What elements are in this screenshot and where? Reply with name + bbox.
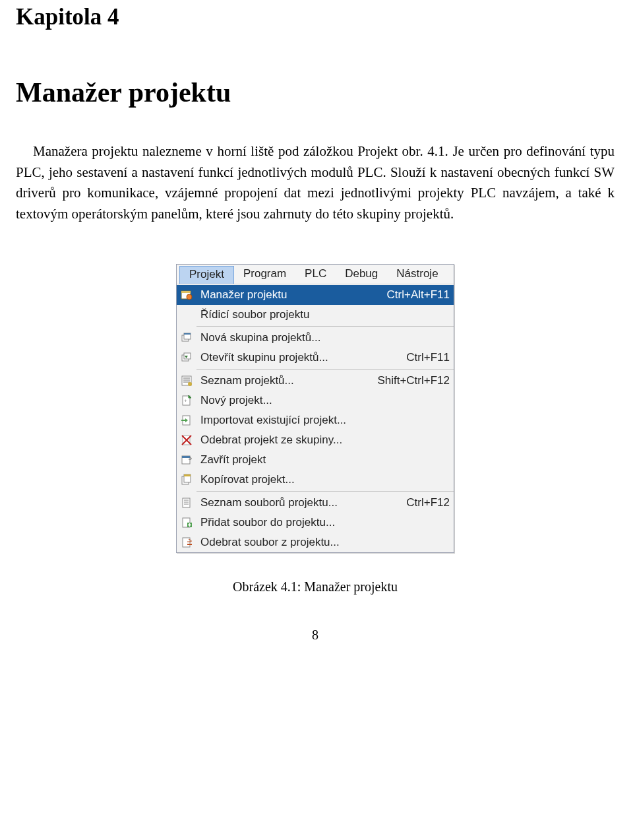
menu-item-label: Nový projekt...: [196, 394, 450, 407]
manager-icon: [177, 285, 196, 305]
remove-project-icon: [177, 430, 196, 450]
svg-text:+: +: [184, 398, 187, 404]
figure-caption: Obrázek 4.1: Manažer projektu: [16, 579, 615, 595]
copy-project-icon: [177, 470, 196, 490]
menu-item[interactable]: Nová skupina projektů...: [177, 328, 454, 348]
menu-item-label: Nová skupina projektů...: [196, 331, 450, 344]
menubar-item-nástroje[interactable]: Nástroje: [387, 266, 447, 284]
menu-item[interactable]: Importovat existující projekt...: [177, 410, 454, 430]
chapter-title: Manažer projektu: [16, 77, 615, 108]
menu-separator: [196, 326, 454, 327]
menu-item-label: Manažer projektu: [196, 288, 379, 302]
menubar-item-projekt[interactable]: Projekt: [179, 266, 234, 284]
menu-item[interactable]: +Nový projekt...: [177, 391, 454, 410]
menu-item[interactable]: Přidat soubor do projektu...: [177, 513, 454, 533]
menu-item[interactable]: Zavřít projekt: [177, 450, 454, 470]
svg-point-2: [187, 294, 192, 300]
menu-item-shortcut: Ctrl+Alt+F11: [379, 288, 450, 302]
menubar-item-program[interactable]: Program: [234, 266, 295, 284]
menu-item-shortcut: Ctrl+F11: [398, 351, 450, 364]
svg-point-12: [188, 382, 192, 386]
menu-item-label: Odebrat soubor z projektu...: [196, 536, 450, 549]
menu-separator: [196, 369, 454, 370]
menu-item-label: Kopírovat projekt...: [196, 473, 450, 486]
svg-rect-5: [184, 333, 191, 335]
menu-item-label: Importovat existující projekt...: [196, 414, 450, 427]
menu-item[interactable]: Manažer projektuCtrl+Alt+F11: [177, 285, 454, 305]
body-paragraph: Manažera projektu nalezneme v horní lišt…: [16, 141, 615, 224]
menubar: ProjektProgramPLCDebugNástroje: [177, 265, 454, 284]
menubar-item-plc[interactable]: PLC: [295, 266, 336, 284]
menu-item-label: Řídicí soubor projektu: [196, 308, 450, 321]
menu-separator: [196, 491, 454, 492]
menu-item[interactable]: Seznam projektů...Shift+Ctrl+F12: [177, 371, 454, 391]
open-group-icon: [177, 348, 196, 368]
menu-item-shortcut: Ctrl+F12: [398, 496, 450, 509]
blank-icon: [177, 305, 196, 325]
svg-rect-33: [187, 544, 192, 545]
paragraph-text: Manažera projektu nalezneme v horní lišt…: [16, 141, 615, 224]
chapter-label: Kapitola 4: [16, 4, 615, 30]
svg-rect-1: [181, 291, 191, 293]
remove-file-icon: [177, 533, 196, 552]
menu-item-label: Odebrat projekt ze skupiny...: [196, 434, 450, 447]
menu-item[interactable]: Řídicí soubor projektu: [177, 305, 454, 325]
menu-screenshot: ProjektProgramPLCDebugNástroje Manažer p…: [176, 264, 454, 553]
file-list-icon: [177, 493, 196, 513]
menubar-item-debug[interactable]: Debug: [336, 266, 387, 284]
new-group-icon: [177, 328, 196, 348]
new-project-icon: +: [177, 391, 196, 410]
svg-rect-20: [182, 456, 190, 458]
menu-item[interactable]: Odebrat soubor z projektu...: [177, 533, 454, 552]
menu-item-label: Seznam projektů...: [196, 374, 369, 387]
menu-item[interactable]: Seznam souborů projektu...Ctrl+F12: [177, 493, 454, 513]
menu-item[interactable]: Kopírovat projekt...: [177, 470, 454, 490]
dropdown-menu: Manažer projektuCtrl+Alt+F11Řídicí soubo…: [177, 284, 454, 552]
close-project-icon: [177, 450, 196, 470]
svg-rect-23: [184, 474, 191, 476]
menu-item-label: Zavřít projekt: [196, 453, 450, 467]
menu-item[interactable]: Odebrat projekt ze skupiny...: [177, 430, 454, 450]
import-icon: [177, 410, 196, 430]
svg-rect-24: [183, 498, 190, 507]
add-file-icon: [177, 513, 196, 533]
page-number: 8: [16, 628, 615, 643]
menu-item-label: Otevřít skupinu projektů...: [196, 351, 398, 364]
menu-item-label: Seznam souborů projektu...: [196, 496, 398, 509]
menu-item-label: Přidat soubor do projektu...: [196, 516, 450, 529]
list-icon: [177, 371, 196, 391]
menu-item[interactable]: Otevřít skupinu projektů...Ctrl+F11: [177, 348, 454, 368]
menu-item-shortcut: Shift+Ctrl+F12: [369, 374, 450, 387]
